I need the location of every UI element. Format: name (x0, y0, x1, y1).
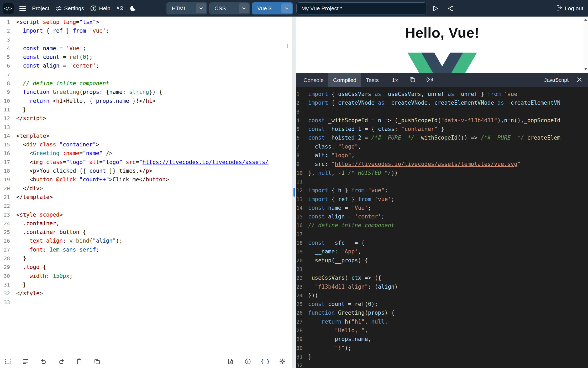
line-number: 13 (296, 195, 308, 204)
code-text: import { ref } from 'vue'; (16, 27, 292, 35)
export-button[interactable] (227, 358, 234, 365)
livecodes-logo-icon[interactable]: </> (3, 3, 14, 14)
code-line: 27 font: 1em sans-serif; (0, 246, 292, 254)
code-line: 20 setup(__props) { (296, 256, 588, 265)
chevron-down-icon (281, 3, 292, 13)
line-number: 25 (0, 228, 16, 237)
code-text: // define inline component (16, 79, 292, 88)
code-line: 26function Greeting(props) { (296, 309, 588, 317)
line-number: 18 (296, 239, 308, 247)
code-line: 25 .container button { (0, 228, 292, 237)
copy-button[interactable] (94, 358, 101, 365)
code-text: const align = 'center'; (16, 62, 292, 70)
code-line: 6 const align = 'center'; (0, 62, 292, 70)
duplicate-preview-button[interactable] (408, 75, 417, 85)
code-text: const count = ref(0); (308, 300, 588, 309)
close-console-button[interactable] (575, 76, 583, 84)
focus-select-button[interactable] (4, 358, 11, 365)
code-line: 20 </div> (0, 184, 292, 193)
dark-mode-toggle[interactable] (129, 2, 136, 14)
line-number: 24 (296, 291, 308, 300)
code-text: const name = 'Vue'; (308, 204, 588, 212)
code-text: const _withScopeId = n => (_pushScopeId(… (308, 116, 588, 125)
code-text: </script> (16, 114, 292, 123)
code-text: return <h1>Hello, { props.name }!</h1> (16, 97, 292, 105)
info-button[interactable] (244, 358, 251, 365)
preview-scrollbar[interactable] (583, 17, 588, 73)
line-number: 27 (0, 246, 16, 254)
line-number: 4 (0, 44, 16, 53)
undo-button[interactable] (40, 358, 47, 365)
help-menu-button[interactable]: ? Help (90, 2, 111, 14)
line-number: 28 (296, 326, 308, 335)
pane-divider[interactable] (292, 17, 296, 368)
line-number: 16 (0, 149, 16, 158)
code-text: } (16, 254, 292, 263)
editor-toolbar: { } (0, 355, 292, 368)
translate-icon: A (117, 5, 123, 12)
code-text: .container, (16, 219, 292, 228)
project-title-input[interactable]: My Vue Project * (296, 2, 427, 14)
line-number: 3 (0, 35, 16, 44)
code-text: function Greeting(props: {name: string})… (16, 88, 292, 96)
code-line: 15const align = 'center'; (296, 212, 588, 221)
format-button[interactable] (22, 358, 29, 365)
line-number: 7 (296, 142, 308, 151)
broadcast-button[interactable] (425, 75, 434, 85)
settings-menu-button[interactable]: Settings (55, 2, 85, 14)
line-number: 31 (0, 280, 16, 289)
code-text: import { useCssVars as _useCssVars, unre… (308, 90, 588, 99)
paste-button[interactable] (76, 358, 83, 365)
code-line: 31 } (0, 280, 292, 289)
script-editor-select-vue3[interactable]: Vue 3 (252, 2, 293, 14)
share-button[interactable] (447, 2, 454, 14)
code-text (16, 298, 292, 307)
code-line: 27 return h("h1", null, (296, 318, 588, 326)
line-number: 12 (0, 114, 16, 123)
source-code-editor[interactable]: 1<script setup lang="tsx">2 import { ref… (0, 17, 292, 307)
code-line: 18const __sfc__ = { (296, 239, 588, 247)
compiled-code-editor[interactable]: 1import { useCssVars as _useCssVars, unr… (296, 87, 588, 368)
css-editor-select[interactable]: CSS (209, 2, 250, 14)
line-number: 29 (296, 335, 308, 344)
line-number: 2 (296, 99, 308, 107)
code-line: 11 (296, 177, 588, 186)
scroll-up-arrow-icon[interactable] (584, 19, 587, 21)
editor-settings-button[interactable] (279, 358, 286, 365)
code-line: 16 <Greeting :name="name" /> (0, 149, 292, 158)
code-text (16, 202, 292, 210)
code-line: 1import { useCssVars as _useCssVars, unr… (296, 90, 588, 99)
line-number: 19 (0, 175, 16, 184)
code-line: 7 class: "logo", (296, 142, 588, 151)
redo-button[interactable] (58, 358, 65, 365)
logout-button[interactable]: Log out (556, 4, 583, 12)
code-text: props.name, (308, 335, 588, 344)
code-line: 32</style> (0, 289, 292, 298)
line-number: 27 (296, 318, 308, 326)
tab-compiled[interactable]: Compiled (328, 73, 361, 87)
menu-button[interactable] (19, 2, 26, 14)
code-line: 16// define inline component (296, 221, 588, 230)
divider-drag-handle[interactable] (293, 188, 295, 197)
code-text: "!"); (308, 344, 588, 352)
code-text: .logo { (16, 263, 292, 272)
tab-tests[interactable]: Tests (361, 73, 384, 87)
code-line: 22_useCssVars(_ctx => ({ (296, 274, 588, 282)
html-editor-select[interactable]: HTML (166, 2, 207, 14)
line-number: 7 (0, 70, 16, 79)
code-text (308, 230, 588, 239)
compiled-language-badge: JavaScript (544, 77, 569, 83)
tab-console[interactable]: Console (299, 73, 328, 87)
html-select-label: HTML (166, 5, 196, 12)
custom-settings-button[interactable]: { } (262, 358, 269, 365)
run-button[interactable] (432, 2, 439, 14)
preview-zoom-button[interactable]: 1× (390, 77, 400, 83)
scroll-down-arrow-icon[interactable] (584, 68, 587, 70)
line-number: 15 (0, 140, 16, 149)
code-line: 9 function Greeting(props: {name: string… (0, 88, 292, 96)
code-text: __name: 'App', (308, 247, 588, 256)
translate-button[interactable]: A (116, 2, 124, 14)
project-menu-button[interactable]: Project (32, 2, 50, 14)
code-line: 5 const count = ref(0); (0, 53, 292, 62)
play-icon (432, 5, 439, 12)
